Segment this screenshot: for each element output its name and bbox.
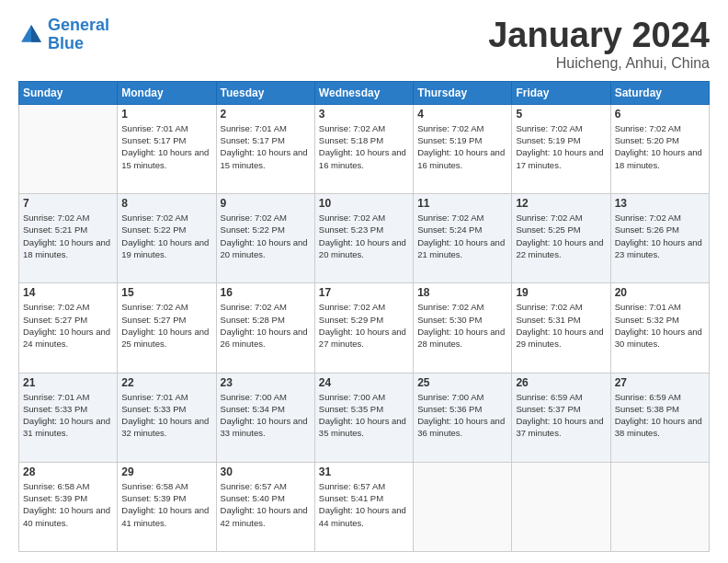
sunrise-text: Sunrise: 6:58 AM bbox=[121, 480, 211, 492]
sunrise-text: Sunrise: 7:02 AM bbox=[319, 122, 409, 134]
table-row bbox=[512, 462, 610, 551]
daylight-text: Daylight: 10 hours and 18 minutes. bbox=[23, 236, 113, 261]
sunset-text: Sunset: 5:22 PM bbox=[121, 224, 211, 236]
calendar-week-2: 7 Sunrise: 7:02 AM Sunset: 5:21 PM Dayli… bbox=[19, 194, 710, 283]
sunrise-text: Sunrise: 6:57 AM bbox=[319, 480, 409, 492]
day-number: 28 bbox=[23, 465, 113, 478]
daylight-text: Daylight: 10 hours and 35 minutes. bbox=[319, 415, 409, 440]
sunset-text: Sunset: 5:17 PM bbox=[221, 134, 311, 146]
daylight-text: Daylight: 10 hours and 32 minutes. bbox=[121, 415, 211, 440]
day-number: 22 bbox=[121, 376, 211, 389]
calendar-week-3: 14 Sunrise: 7:02 AM Sunset: 5:27 PM Dayl… bbox=[19, 283, 710, 373]
table-row bbox=[414, 462, 512, 551]
sunset-text: Sunset: 5:31 PM bbox=[516, 314, 606, 326]
subtitle: Huicheng, Anhui, China bbox=[488, 55, 710, 72]
table-row bbox=[19, 104, 118, 193]
day-info: Sunrise: 7:02 AM Sunset: 5:19 PM Dayligh… bbox=[417, 122, 507, 171]
sunrise-text: Sunrise: 6:58 AM bbox=[23, 480, 113, 492]
day-number: 14 bbox=[23, 286, 113, 299]
day-info: Sunrise: 7:02 AM Sunset: 5:24 PM Dayligh… bbox=[417, 212, 507, 260]
table-row: 7 Sunrise: 7:02 AM Sunset: 5:21 PM Dayli… bbox=[19, 194, 118, 283]
col-wednesday: Wednesday bbox=[314, 81, 413, 104]
day-info: Sunrise: 7:02 AM Sunset: 5:27 PM Dayligh… bbox=[23, 301, 113, 350]
svg-marker-1 bbox=[31, 25, 41, 42]
day-number: 31 bbox=[319, 465, 409, 478]
sunset-text: Sunset: 5:38 PM bbox=[615, 403, 705, 415]
day-info: Sunrise: 7:02 AM Sunset: 5:25 PM Dayligh… bbox=[516, 212, 606, 260]
table-row: 26 Sunrise: 6:59 AM Sunset: 5:37 PM Dayl… bbox=[512, 373, 610, 462]
day-number: 5 bbox=[516, 108, 606, 121]
sunrise-text: Sunrise: 7:02 AM bbox=[319, 301, 409, 313]
day-info: Sunrise: 7:02 AM Sunset: 5:22 PM Dayligh… bbox=[221, 212, 311, 260]
daylight-text: Daylight: 10 hours and 18 minutes. bbox=[615, 146, 705, 171]
daylight-text: Daylight: 10 hours and 15 minutes. bbox=[221, 146, 311, 171]
sunrise-text: Sunrise: 7:02 AM bbox=[319, 212, 409, 224]
sunset-text: Sunset: 5:27 PM bbox=[23, 314, 113, 326]
day-number: 17 bbox=[319, 286, 409, 299]
day-info: Sunrise: 7:02 AM Sunset: 5:28 PM Dayligh… bbox=[221, 301, 311, 350]
daylight-text: Daylight: 10 hours and 24 minutes. bbox=[23, 326, 113, 350]
daylight-text: Daylight: 10 hours and 31 minutes. bbox=[23, 415, 113, 440]
sunrise-text: Sunrise: 7:02 AM bbox=[417, 212, 507, 224]
calendar-week-1: 1 Sunrise: 7:01 AM Sunset: 5:17 PM Dayli… bbox=[19, 104, 710, 193]
sunset-text: Sunset: 5:19 PM bbox=[516, 134, 606, 146]
daylight-text: Daylight: 10 hours and 20 minutes. bbox=[221, 236, 311, 261]
day-info: Sunrise: 7:02 AM Sunset: 5:20 PM Dayligh… bbox=[615, 122, 705, 171]
sunrise-text: Sunrise: 7:01 AM bbox=[121, 122, 211, 134]
sunrise-text: Sunrise: 7:02 AM bbox=[516, 212, 606, 224]
sunrise-text: Sunrise: 7:01 AM bbox=[615, 301, 705, 313]
sunset-text: Sunset: 5:36 PM bbox=[417, 403, 507, 415]
daylight-text: Daylight: 10 hours and 19 minutes. bbox=[121, 236, 211, 261]
daylight-text: Daylight: 10 hours and 16 minutes. bbox=[417, 146, 507, 171]
sunset-text: Sunset: 5:41 PM bbox=[319, 492, 409, 504]
table-row: 31 Sunrise: 6:57 AM Sunset: 5:41 PM Dayl… bbox=[314, 462, 413, 551]
daylight-text: Daylight: 10 hours and 15 minutes. bbox=[121, 146, 211, 171]
table-row: 22 Sunrise: 7:01 AM Sunset: 5:33 PM Dayl… bbox=[118, 373, 216, 462]
day-info: Sunrise: 7:02 AM Sunset: 5:23 PM Dayligh… bbox=[319, 212, 409, 260]
sunrise-text: Sunrise: 7:02 AM bbox=[23, 212, 113, 224]
table-row: 15 Sunrise: 7:02 AM Sunset: 5:27 PM Dayl… bbox=[118, 283, 216, 373]
table-row: 3 Sunrise: 7:02 AM Sunset: 5:18 PM Dayli… bbox=[314, 104, 413, 193]
day-info: Sunrise: 7:02 AM Sunset: 5:19 PM Dayligh… bbox=[516, 122, 606, 171]
sunset-text: Sunset: 5:39 PM bbox=[23, 492, 113, 504]
sunset-text: Sunset: 5:32 PM bbox=[615, 314, 705, 326]
table-row: 9 Sunrise: 7:02 AM Sunset: 5:22 PM Dayli… bbox=[216, 194, 314, 283]
sunset-text: Sunset: 5:21 PM bbox=[23, 224, 113, 236]
day-info: Sunrise: 7:00 AM Sunset: 5:34 PM Dayligh… bbox=[221, 391, 311, 440]
table-row: 20 Sunrise: 7:01 AM Sunset: 5:32 PM Dayl… bbox=[610, 283, 709, 373]
day-number: 3 bbox=[319, 108, 409, 121]
sunset-text: Sunset: 5:33 PM bbox=[23, 403, 113, 415]
sunset-text: Sunset: 5:18 PM bbox=[319, 134, 409, 146]
sunrise-text: Sunrise: 7:02 AM bbox=[516, 122, 606, 134]
day-number: 25 bbox=[417, 376, 507, 389]
day-number: 27 bbox=[615, 376, 705, 389]
sunrise-text: Sunrise: 7:00 AM bbox=[417, 391, 507, 403]
day-info: Sunrise: 7:01 AM Sunset: 5:32 PM Dayligh… bbox=[615, 301, 705, 350]
sunrise-text: Sunrise: 7:02 AM bbox=[516, 301, 606, 313]
calendar-table: Sunday Monday Tuesday Wednesday Thursday… bbox=[18, 81, 710, 552]
col-sunday: Sunday bbox=[19, 81, 118, 104]
daylight-text: Daylight: 10 hours and 38 minutes. bbox=[615, 415, 705, 440]
sunset-text: Sunset: 5:35 PM bbox=[319, 403, 409, 415]
daylight-text: Daylight: 10 hours and 33 minutes. bbox=[221, 415, 311, 440]
daylight-text: Daylight: 10 hours and 26 minutes. bbox=[221, 326, 311, 350]
daylight-text: Daylight: 10 hours and 20 minutes. bbox=[319, 236, 409, 261]
day-number: 9 bbox=[221, 197, 311, 210]
sunset-text: Sunset: 5:39 PM bbox=[121, 492, 211, 504]
sunrise-text: Sunrise: 7:00 AM bbox=[221, 391, 311, 403]
daylight-text: Daylight: 10 hours and 27 minutes. bbox=[319, 326, 409, 350]
table-row: 30 Sunrise: 6:57 AM Sunset: 5:40 PM Dayl… bbox=[216, 462, 314, 551]
daylight-text: Daylight: 10 hours and 36 minutes. bbox=[417, 415, 507, 440]
day-number: 29 bbox=[121, 465, 211, 478]
day-number: 16 bbox=[221, 286, 311, 299]
day-info: Sunrise: 6:58 AM Sunset: 5:39 PM Dayligh… bbox=[121, 480, 211, 529]
day-info: Sunrise: 6:59 AM Sunset: 5:37 PM Dayligh… bbox=[516, 391, 606, 440]
sunset-text: Sunset: 5:26 PM bbox=[615, 224, 705, 236]
day-info: Sunrise: 7:01 AM Sunset: 5:33 PM Dayligh… bbox=[121, 391, 211, 440]
day-info: Sunrise: 7:00 AM Sunset: 5:36 PM Dayligh… bbox=[417, 391, 507, 440]
table-row: 14 Sunrise: 7:02 AM Sunset: 5:27 PM Dayl… bbox=[19, 283, 118, 373]
day-number: 2 bbox=[221, 108, 311, 121]
sunset-text: Sunset: 5:30 PM bbox=[417, 314, 507, 326]
table-row: 5 Sunrise: 7:02 AM Sunset: 5:19 PM Dayli… bbox=[512, 104, 610, 193]
day-info: Sunrise: 7:02 AM Sunset: 5:26 PM Dayligh… bbox=[615, 212, 705, 260]
